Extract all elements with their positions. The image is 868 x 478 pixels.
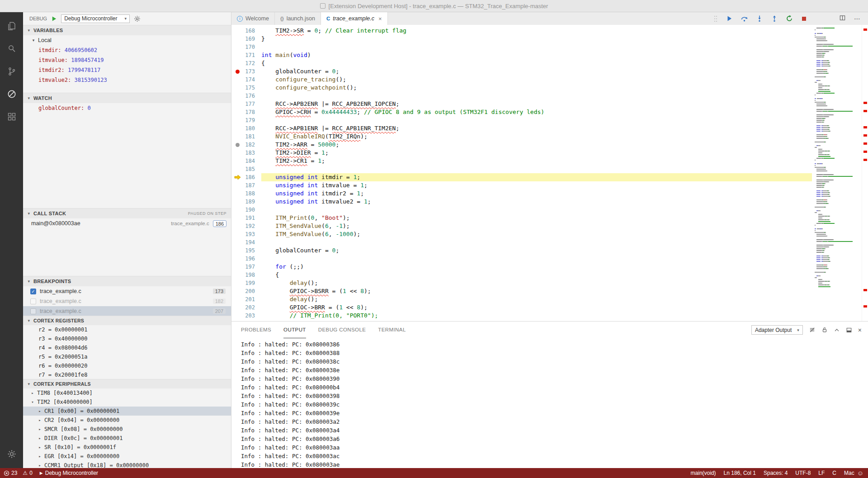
peripheral-row[interactable]: ▸DIER [0x0c] = 0x00000001: [23, 434, 231, 443]
tab-launch-json[interactable]: {}launch.json: [275, 12, 321, 25]
gutter-glyph-margin[interactable]: [231, 133, 243, 141]
code-text[interactable]: [261, 206, 812, 214]
register-row[interactable]: r5 = 0x2000051a: [23, 352, 231, 361]
code-text[interactable]: unsigned int itmdir2 = 1;: [261, 189, 812, 198]
code-line[interactable]: 183 TIM2->DIER = 1;: [231, 149, 812, 157]
gutter-glyph-margin[interactable]: [231, 214, 243, 222]
code-line[interactable]: 187 unsigned int itmvalue = 1;: [231, 181, 812, 189]
register-row[interactable]: r7 = 0x20001fe8: [23, 370, 231, 379]
code-line[interactable]: 182 TIM2->ARR = 50000;: [231, 141, 812, 149]
explorer-icon[interactable]: [1, 15, 23, 38]
code-line[interactable]: 184 TIM2->CR1 = 1;: [231, 157, 812, 165]
code-text[interactable]: RCC->APB2ENR |= RCC_APB2ENR_IOPCEN;: [261, 100, 812, 108]
debug-status[interactable]: ▶ Debug Microcontroller: [40, 470, 98, 476]
breakpoint-checkbox[interactable]: ✓: [30, 289, 36, 294]
register-row[interactable]: r6 = 0x00000020: [23, 361, 231, 370]
code-line[interactable]: 168 TIM2->SR = 0; // Clear interrupt fla…: [231, 27, 812, 35]
breakpoint-disabled-dot-icon[interactable]: [231, 141, 243, 149]
variable-row[interactable]: itmvalue2: 3815390123: [23, 75, 231, 85]
code-line[interactable]: 175 configure_watchpoint();: [231, 84, 812, 92]
breakpoint-row[interactable]: ✓trace_example.c173: [23, 286, 231, 296]
gutter-glyph-margin[interactable]: [231, 263, 243, 271]
status-item[interactable]: Ln 186, Col 1: [724, 470, 756, 476]
step-out-button[interactable]: [771, 15, 778, 22]
code-text[interactable]: [261, 43, 812, 51]
code-line[interactable]: 173 globalCounter = 0;: [231, 67, 812, 76]
clear-output-icon[interactable]: [809, 327, 816, 333]
close-icon[interactable]: ×: [378, 15, 382, 22]
extensions-icon[interactable]: [1, 105, 23, 128]
output-channel-select[interactable]: Adapter Output ▾: [751, 325, 803, 335]
code-text[interactable]: globalCounter = 0;: [261, 246, 812, 255]
code-text[interactable]: globalCounter = 0;: [261, 67, 812, 76]
tab-trace-example-c[interactable]: Ctrace_example.c×: [321, 12, 388, 25]
breakpoint-checkbox[interactable]: [30, 308, 36, 314]
status-item[interactable]: UTF-8: [795, 470, 811, 476]
breakpoints-section-header[interactable]: ▾ BREAKPOINTS: [23, 276, 231, 286]
peripheral-row[interactable]: ▾TIM2 [0x40000000]: [23, 398, 231, 407]
gutter-glyph-margin[interactable]: [231, 27, 243, 35]
scroll-lock-icon[interactable]: [821, 327, 828, 333]
gutter-glyph-margin[interactable]: [231, 92, 243, 100]
code-text[interactable]: }: [261, 35, 812, 43]
status-item[interactable]: Mac: [844, 470, 854, 476]
toolbar-grip-icon[interactable]: [713, 15, 718, 23]
breakpoint-checkbox[interactable]: [30, 298, 36, 304]
step-into-button[interactable]: [756, 15, 763, 22]
source-control-icon[interactable]: [1, 60, 23, 83]
code-line[interactable]: 203 // ITM_Print(0, "PORT0");: [231, 312, 812, 320]
code-line[interactable]: 188 unsigned int itmdir2 = 1;: [231, 189, 812, 198]
code-text[interactable]: NVIC_EnableIRQ(TIM2_IRQn);: [261, 133, 812, 141]
gutter-glyph-margin[interactable]: [231, 124, 243, 133]
feedback-smiley-icon[interactable]: ☺: [857, 469, 863, 477]
code-line[interactable]: 199 delay();: [231, 279, 812, 287]
code-line[interactable]: 201 delay();: [231, 295, 812, 303]
code-text[interactable]: GPIOC->BRR = (1 << 8);: [261, 303, 812, 312]
code-line[interactable]: 179: [231, 116, 812, 124]
code-line[interactable]: 171int main(void): [231, 51, 812, 59]
breakpoint-row[interactable]: trace_example.c182: [23, 296, 231, 306]
code-line[interactable]: 186 unsigned int itmdir = 1;: [231, 173, 812, 181]
code-line[interactable]: 191 ITM_Print(0, "Boot");: [231, 214, 812, 222]
minimap[interactable]: [812, 25, 862, 321]
step-over-button[interactable]: [741, 15, 748, 22]
maximize-panel-icon[interactable]: [834, 327, 840, 333]
cortex-registers-header[interactable]: ▾ CORTEX REGISTERS: [23, 316, 231, 325]
code-line[interactable]: 198 {: [231, 271, 812, 279]
code-text[interactable]: for (;;): [261, 263, 812, 271]
peripheral-row[interactable]: ▸TIM8 [0x40013400]: [23, 388, 231, 398]
continue-button[interactable]: [726, 15, 733, 22]
code-line[interactable]: 174 configure_tracing();: [231, 76, 812, 84]
more-actions-icon[interactable]: ⋯: [854, 15, 861, 22]
variable-row[interactable]: globalCounter: 0: [23, 103, 231, 113]
gutter-glyph-margin[interactable]: [231, 108, 243, 116]
settings-gear-icon[interactable]: [1, 443, 23, 465]
code-line[interactable]: 178 GPIOC->CRH = 0x44444433; // GPIOC 8 …: [231, 108, 812, 116]
code-line[interactable]: 197 for (;;): [231, 263, 812, 271]
close-panel-icon[interactable]: ×: [858, 327, 862, 334]
panel-layout-icon[interactable]: [846, 327, 852, 333]
code-line[interactable]: 170: [231, 43, 812, 51]
panel-tab-output[interactable]: OUTPUT: [283, 322, 306, 338]
gutter-glyph-margin[interactable]: [231, 279, 243, 287]
variable-row[interactable]: itmdir2: 1799478117: [23, 65, 231, 75]
status-item[interactable]: LF: [818, 470, 825, 476]
gutter-glyph-margin[interactable]: [231, 35, 243, 43]
code-text[interactable]: {: [261, 59, 812, 67]
code-line[interactable]: 169}: [231, 35, 812, 43]
debug-configure-gear-icon[interactable]: [134, 15, 141, 22]
watch-section-header[interactable]: ▾ WATCH: [23, 93, 231, 103]
panel-tab-debug-console[interactable]: DEBUG CONSOLE: [318, 322, 366, 338]
gutter-glyph-margin[interactable]: [231, 84, 243, 92]
gutter-glyph-margin[interactable]: [231, 157, 243, 165]
gutter-glyph-margin[interactable]: [231, 230, 243, 238]
peripheral-row[interactable]: ▸SMCR [0x08] = 0x00000000: [23, 425, 231, 434]
gutter-glyph-margin[interactable]: [231, 246, 243, 255]
code-line[interactable]: 181 NVIC_EnableIRQ(TIM2_IRQn);: [231, 133, 812, 141]
current-line-arrow-icon[interactable]: [231, 173, 243, 181]
code-text[interactable]: // ITM_Print(0, "PORT0");: [261, 312, 812, 320]
chevron-right-icon[interactable]: ▸: [38, 409, 42, 413]
code-line[interactable]: 195 globalCounter = 0;: [231, 246, 812, 255]
code-text[interactable]: TIM2->ARR = 50000;: [261, 141, 812, 149]
chevron-right-icon[interactable]: ▸: [30, 391, 35, 395]
